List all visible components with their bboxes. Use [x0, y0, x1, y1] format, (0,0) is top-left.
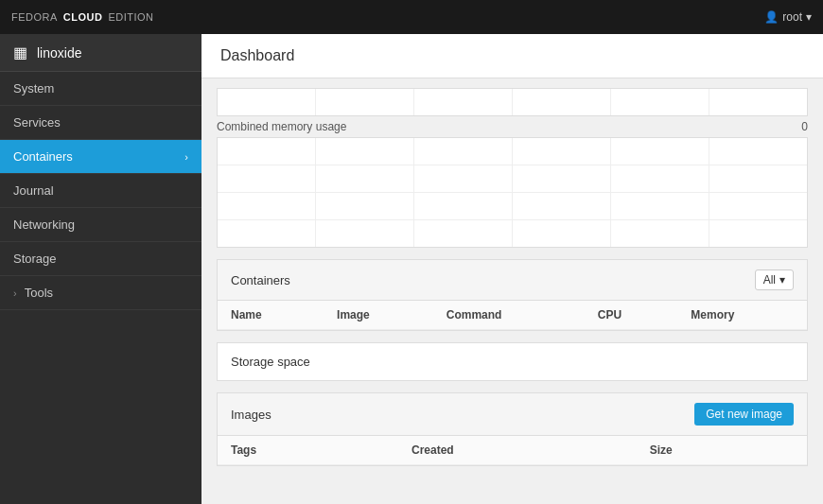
col-command: Command: [433, 301, 585, 330]
images-section: Images Get new image Tags Created Size: [217, 392, 808, 466]
sidebar-app-icon: ▦: [13, 43, 27, 61]
memory-grid-cell: [513, 89, 611, 115]
storage-section: Storage space: [217, 342, 808, 381]
memory-grid-cell: [513, 193, 611, 219]
sidebar-item-journal[interactable]: Journal: [0, 174, 201, 208]
main-layout: ▦ linoxide System Services Containers › …: [0, 34, 823, 504]
content-scroll: Combined memory usage 0: [201, 78, 823, 504]
content-area: Dashboard Combined memory usage: [201, 34, 823, 504]
memory-grid-cell: [414, 165, 513, 192]
storage-title: Storage space: [218, 343, 807, 380]
containers-header: Containers All ▾: [218, 260, 807, 301]
sidebar-header[interactable]: ▦ linoxide: [0, 34, 201, 72]
memory-grid-cell: [218, 89, 316, 115]
memory-grid-cell: [709, 138, 807, 165]
containers-section: Containers All ▾ Name Image Command CPU …: [217, 259, 808, 331]
memory-grid-cell: [316, 138, 414, 165]
containers-filter-button[interactable]: All ▾: [755, 269, 794, 290]
memory-grid-cell: [414, 193, 513, 219]
containers-table-header-row: Name Image Command CPU Memory: [218, 301, 807, 330]
memory-label-row: Combined memory usage 0: [217, 120, 808, 133]
memory-label: Combined memory usage: [217, 120, 346, 133]
containers-chevron-icon: ›: [184, 151, 188, 163]
sidebar-item-system[interactable]: System: [0, 72, 201, 106]
memory-grid-cell: [218, 193, 316, 219]
memory-grid-cell: [414, 220, 513, 247]
cloud-label: CLOUD: [63, 11, 103, 23]
memory-section: Combined memory usage 0: [217, 88, 808, 248]
user-name: root: [782, 10, 802, 24]
topbar: FEDORA CLOUD EDITION 👤 root ▾: [0, 0, 823, 34]
col-tags: Tags: [218, 436, 398, 465]
user-dropdown-icon: ▾: [806, 10, 812, 24]
col-cpu: CPU: [585, 301, 677, 330]
memory-chart: [217, 137, 808, 248]
memory-grid-cell: [611, 165, 709, 192]
page-title: Dashboard: [201, 34, 823, 78]
images-table: Tags Created Size: [218, 436, 807, 465]
memory-grid-cell: [414, 138, 513, 165]
sidebar-journal-label: Journal: [13, 183, 54, 198]
sidebar-storage-label: Storage: [13, 252, 57, 266]
get-new-image-button[interactable]: Get new image: [694, 403, 794, 426]
sidebar-networking-label: Networking: [13, 217, 75, 232]
containers-table: Name Image Command CPU Memory: [218, 301, 807, 330]
sidebar: ▦ linoxide System Services Containers › …: [0, 34, 201, 504]
memory-grid-cell: [709, 165, 807, 192]
fedora-label: FEDORA: [11, 11, 58, 23]
user-menu[interactable]: 👤 root ▾: [764, 10, 812, 24]
all-btn-chevron-icon: ▾: [779, 273, 785, 287]
col-created: Created: [398, 436, 637, 465]
memory-grid-cell: [709, 220, 807, 247]
edition-label: EDITION: [108, 11, 153, 23]
memory-grid-cell: [611, 89, 709, 115]
memory-grid-cell: [218, 165, 316, 192]
memory-grid-cell: [513, 165, 611, 192]
col-memory: Memory: [677, 301, 807, 330]
memory-grid-cell: [709, 89, 807, 115]
memory-grid-cell: [316, 89, 414, 115]
memory-grid-cell: [414, 89, 513, 115]
memory-grid-cell: [513, 220, 611, 247]
memory-value: 0: [801, 120, 808, 133]
images-title: Images: [231, 408, 271, 422]
col-name: Name: [218, 301, 324, 330]
memory-grid-cell: [218, 138, 316, 165]
sidebar-system-label: System: [13, 81, 54, 96]
memory-grid-cell: [709, 193, 807, 219]
images-header: Images Get new image: [218, 393, 807, 436]
memory-grid-cell: [316, 193, 414, 219]
sidebar-item-networking[interactable]: Networking: [0, 208, 201, 242]
sidebar-item-services[interactable]: Services: [0, 106, 201, 140]
memory-grid-cell: [611, 193, 709, 219]
col-image: Image: [324, 301, 433, 330]
memory-grid-cell: [218, 220, 316, 247]
user-icon: 👤: [764, 10, 779, 24]
sidebar-tools-label: Tools: [25, 286, 53, 300]
memory-grid-cell: [513, 138, 611, 165]
images-table-header-row: Tags Created Size: [218, 436, 807, 465]
all-btn-label: All: [763, 273, 776, 287]
col-size: Size: [637, 436, 807, 465]
containers-title: Containers: [231, 273, 290, 287]
memory-grid-cell: [316, 165, 414, 192]
sidebar-item-containers[interactable]: Containers ›: [0, 140, 201, 174]
memory-grid-cell: [611, 138, 709, 165]
sidebar-app-title: linoxide: [37, 45, 81, 61]
tools-arrow-icon: ›: [13, 287, 17, 299]
sidebar-containers-label: Containers: [13, 149, 73, 164]
memory-grid-cell: [611, 220, 709, 247]
sidebar-item-storage[interactable]: Storage: [0, 242, 201, 276]
sidebar-services-label: Services: [13, 115, 61, 130]
brand: FEDORA CLOUD EDITION: [11, 11, 154, 23]
sidebar-item-tools[interactable]: › Tools: [0, 276, 201, 310]
memory-grid-cell: [316, 220, 414, 247]
